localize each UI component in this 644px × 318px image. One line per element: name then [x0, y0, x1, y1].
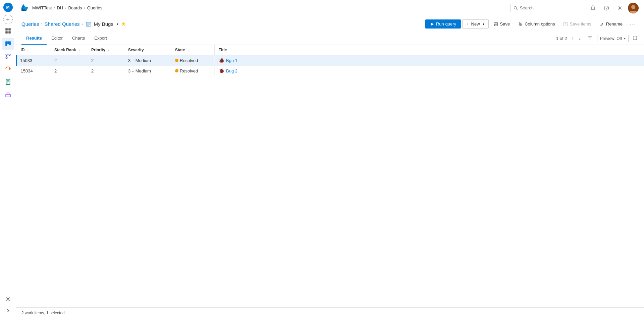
tab-export[interactable]: Export	[90, 32, 112, 45]
svg-rect-32	[495, 22, 496, 23]
svg-point-9	[9, 54, 10, 56]
bug-icon: 🐞	[219, 58, 224, 63]
breadcrumb-shared-queries-link[interactable]: Shared Queries	[45, 21, 80, 27]
cell-severity: 3 – Medium	[124, 66, 171, 76]
tab-editor[interactable]: Editor	[47, 32, 67, 45]
settings-icon[interactable]	[614, 3, 625, 13]
app-logo[interactable]	[21, 4, 28, 12]
col-header-priority[interactable]: Priority ↑	[87, 45, 124, 55]
cell-priority: 2	[87, 55, 124, 66]
top-bar-right: ?	[511, 3, 639, 13]
sidebar-item-artifacts[interactable]	[2, 89, 14, 101]
svg-point-17	[7, 299, 9, 300]
svg-point-25	[631, 5, 635, 9]
more-actions-button[interactable]: ⋯	[627, 19, 639, 29]
breadcrumb-project[interactable]: DH	[57, 5, 63, 10]
svg-point-37	[519, 22, 521, 23]
svg-point-39	[519, 24, 521, 26]
search-box[interactable]	[511, 4, 584, 12]
title-link[interactable]: Bug 2	[226, 68, 237, 73]
expand-icon	[633, 36, 637, 40]
status-bar: 2 work items, 1 selected	[16, 307, 644, 318]
col-header-title[interactable]: Title	[215, 45, 644, 55]
state-dot	[175, 59, 178, 62]
column-options-icon	[518, 22, 523, 26]
sidebar-item-testplans[interactable]	[2, 76, 14, 88]
svg-rect-6	[9, 41, 11, 45]
pagination-arrows: ↑ ↓	[570, 35, 583, 42]
cell-stackrank: 2	[50, 66, 87, 76]
cell-state: Resolved	[171, 66, 215, 76]
table-row[interactable]: 15034223 – MediumResolved🐞Bug 2	[17, 66, 644, 76]
bug-icon: 🐞	[219, 68, 224, 73]
cell-state: Resolved	[171, 55, 215, 66]
org-avatar[interactable]: M	[3, 3, 13, 12]
tab-charts[interactable]: Charts	[67, 32, 90, 45]
sidebar-item-overview[interactable]	[2, 25, 14, 37]
sidebar-item-repos[interactable]	[2, 50, 14, 62]
save-items-icon	[563, 22, 568, 26]
query-dropdown-arrow[interactable]: ▾	[117, 22, 118, 26]
notifications-icon[interactable]	[588, 3, 598, 13]
breadcrumb-queries[interactable]: Queries	[87, 5, 103, 10]
table-row[interactable]: 15033223 – MediumResolved🐞Bgu 1	[17, 55, 644, 66]
nav-expand-button[interactable]	[2, 306, 14, 315]
cell-stackrank: 2	[50, 55, 87, 66]
sidebar-item-pipelines[interactable]	[2, 63, 14, 75]
table-header-row: ID ↑ Stack Rank ↑ Priority ↑ Severity ↑	[17, 45, 644, 55]
results-table: ID ↑ Stack Rank ↑ Priority ↑ Severity ↑	[16, 45, 644, 76]
content-breadcrumb: Queries › Shared Queries ›	[21, 21, 83, 27]
sidebar-item-boards[interactable]	[2, 38, 14, 50]
breadcrumb-queries-link[interactable]: Queries	[21, 21, 39, 27]
top-bar: MWITTest / DH / Boards / Queries ?	[16, 0, 644, 16]
col-header-severity[interactable]: Severity ↑	[124, 45, 171, 55]
breadcrumb-org[interactable]: MWITTest	[32, 5, 52, 10]
col-header-stackrank[interactable]: Stack Rank ↑	[50, 45, 87, 55]
tabs-bar: Results Editor Charts Export 1 of 2 ↑ ↓ …	[16, 32, 644, 45]
favorite-star[interactable]: ★	[121, 21, 126, 27]
prev-page-button[interactable]: ↑	[570, 35, 576, 42]
svg-rect-4	[5, 41, 7, 46]
content-header: Queries › Shared Queries › My Bugs ▾ ★ R…	[16, 16, 644, 32]
run-query-button[interactable]: Run query	[425, 19, 461, 29]
next-page-button[interactable]: ↓	[577, 35, 583, 42]
query-name: My Bugs	[94, 21, 113, 27]
col-header-id[interactable]: ID ↑	[17, 45, 50, 55]
sidebar-item-settings[interactable]	[2, 293, 14, 305]
results-table-area: ID ↑ Stack Rank ↑ Priority ↑ Severity ↑	[16, 45, 644, 307]
col-header-state[interactable]: State ↑	[171, 45, 215, 55]
svg-marker-30	[431, 22, 434, 26]
play-icon	[430, 22, 434, 26]
save-items-button[interactable]: Save items	[560, 20, 595, 28]
cell-title[interactable]: 🐞Bgu 1	[215, 55, 644, 66]
breadcrumb-boards[interactable]: Boards	[68, 5, 82, 10]
user-avatar[interactable]	[628, 3, 639, 13]
help-icon[interactable]: ?	[601, 3, 612, 13]
top-bar-icons: ?	[588, 3, 639, 13]
rename-icon	[599, 22, 604, 26]
cell-id: 15033	[17, 55, 50, 66]
preview-toggle[interactable]: Preview: Off ▾	[597, 35, 629, 42]
save-button[interactable]: Save	[490, 20, 514, 28]
expand-button[interactable]	[631, 34, 639, 43]
search-input[interactable]	[520, 5, 581, 10]
svg-point-38	[520, 23, 522, 25]
svg-point-8	[6, 57, 7, 59]
svg-line-19	[517, 9, 518, 10]
svg-text:?: ?	[606, 6, 608, 10]
title-link[interactable]: Bgu 1	[226, 58, 237, 63]
svg-rect-16	[6, 94, 10, 97]
left-nav: M +	[0, 0, 16, 318]
filter-button[interactable]	[586, 34, 594, 43]
new-button[interactable]: + New ▾	[462, 19, 489, 29]
svg-rect-5	[7, 41, 9, 44]
breadcrumb: MWITTest / DH / Boards / Queries	[32, 5, 102, 10]
search-icon	[514, 6, 518, 10]
svg-point-7	[6, 54, 7, 56]
cell-title[interactable]: 🐞Bug 2	[215, 66, 644, 76]
cell-id: 15034	[17, 66, 50, 76]
rename-button[interactable]: Rename	[596, 20, 626, 28]
add-project-button[interactable]: +	[3, 15, 13, 24]
tab-results[interactable]: Results	[21, 32, 47, 45]
column-options-button[interactable]: Column options	[515, 20, 558, 28]
